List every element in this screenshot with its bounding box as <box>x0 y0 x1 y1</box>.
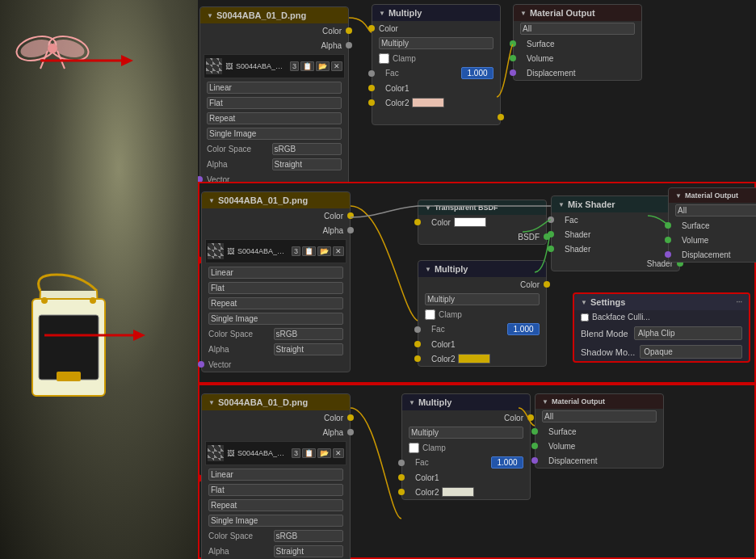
multiply-clamp-row-mid[interactable]: Clamp <box>418 307 546 322</box>
output-node-mid[interactable]: ▼ Material Output All Surface Volume Dis… <box>668 187 756 263</box>
multiply-blend-row-mid[interactable]: Multiply <box>418 292 546 307</box>
output-dropdown-bot[interactable]: All <box>536 409 663 424</box>
shadow-mode-row[interactable]: Shadow Mo... Opaque None Alpha Clip Alph… <box>574 343 749 361</box>
color2-row-mid: Color2 <box>418 351 546 366</box>
fac-row-top[interactable]: Fac 1.000 <box>372 65 500 81</box>
fac-row-mid[interactable]: Fac 1.000 <box>418 322 546 337</box>
alpha-row-bot[interactable]: Alpha Straight <box>202 544 350 559</box>
mix-shader-header-mid: ▼ Mix Shader <box>552 196 679 212</box>
multiply-clamp-check-mid[interactable] <box>425 309 435 320</box>
output-dropdown-top[interactable]: All <box>514 21 641 36</box>
colorspace-row-mid[interactable]: Color Space sRGB <box>202 326 350 342</box>
colorspace-row-bot[interactable]: Color Space sRGB <box>202 528 350 544</box>
interpolation-row-top[interactable]: Linear <box>200 80 348 95</box>
colorspace-row-top[interactable]: Color Space sRGB <box>200 141 348 157</box>
mix-shader-node-mid[interactable]: ▼ Mix Shader Fac Shader Shader Shader <box>551 195 680 271</box>
texture-color-output-bot: Color <box>202 410 350 425</box>
settings-node-mid[interactable]: ▼ Settings ··· Backface Culli... Blend M… <box>573 292 750 363</box>
source-select-bot[interactable]: Single Image <box>208 515 343 527</box>
output-displacement-bot: Displacement <box>536 453 663 468</box>
multiply-node-top[interactable]: ▼ Multiply Color Multiply Clamp Fac 1.00… <box>372 4 501 125</box>
blend-mode-select[interactable]: Alpha Clip Opaque Alpha Blend Alpha Hash… <box>634 326 742 340</box>
multiply-blend-select-bot[interactable]: Multiply <box>409 427 523 439</box>
source-row-top[interactable]: Single Image <box>200 126 348 141</box>
projection-row-top[interactable]: Flat <box>200 95 348 111</box>
extension-select-top[interactable]: Repeat <box>207 112 342 124</box>
output-type-select-bot[interactable]: All <box>542 410 657 422</box>
interpolation-select-bot[interactable]: Linear <box>208 469 343 481</box>
output-dropdown-mid[interactable]: All <box>669 203 756 218</box>
blend-mode-row[interactable]: Blend Mode Alpha Clip Opaque Alpha Blend… <box>574 324 749 343</box>
color2-row-bot: Color2 <box>402 485 530 499</box>
texture-node-top[interactable]: ▼ S0044ABA_01_D.png Color Alpha 🖼 S0044A… <box>200 6 349 187</box>
projection-select-mid[interactable]: Flat <box>208 282 343 294</box>
alpha-row-mid[interactable]: Alpha Straight <box>202 342 350 357</box>
interpolation-row-bot[interactable]: Linear <box>202 467 350 482</box>
transparent-header-mid: ▼ Transparent BSDF <box>418 200 546 215</box>
interpolation-select-top[interactable]: Linear <box>207 82 342 94</box>
multiply-clamp-check-top[interactable] <box>379 53 389 64</box>
colorspace-select-mid[interactable]: sRGB <box>274 328 344 340</box>
alpha-select-mid[interactable]: Straight <box>274 343 344 355</box>
extension-row-top[interactable]: Repeat <box>200 111 348 126</box>
multiply-blend-row-bot[interactable]: Multiply <box>402 425 530 440</box>
alpha-row-top[interactable]: Alpha Straight <box>200 157 348 172</box>
projection-select-bot[interactable]: Flat <box>208 484 343 496</box>
multiply-blend-select-mid[interactable]: Multiply <box>425 293 540 305</box>
node-editor: ▼ S0044ABA_01_D.png Color Alpha 🖼 S0044A… <box>198 0 756 559</box>
color1-row-top: Color1 <box>372 81 500 95</box>
source-row-mid[interactable]: Single Image <box>202 311 350 326</box>
multiply-clamp-row-top[interactable]: Clamp <box>372 51 500 65</box>
interpolation-select-mid[interactable]: Linear <box>208 267 343 279</box>
mix-shader1-input: Shader <box>552 227 679 242</box>
svg-rect-9 <box>57 372 81 381</box>
extension-select-mid[interactable]: Repeat <box>208 297 343 309</box>
texture-thumb-mid[interactable]: 🖼 S0044ABA_01... 3 📋 📂 ✕ <box>205 239 346 263</box>
source-row-bot[interactable]: Single Image <box>202 513 350 528</box>
multiply-clamp-row-bot[interactable]: Clamp <box>402 440 530 455</box>
colorspace-select-bot[interactable]: sRGB <box>274 530 344 542</box>
multiply-color-input-top: Color <box>372 21 500 36</box>
output-node-bot[interactable]: ▼ Material Output All Surface Volume Dis… <box>535 393 664 469</box>
texture-thumb-top[interactable]: 🖼 S0044ABA_01... 3 📋 📂 ✕ <box>204 54 345 78</box>
output-header-top: ▼ Material Output <box>514 5 641 21</box>
output-node-top[interactable]: ▼ Material Output All Surface Volume Dis… <box>513 4 642 81</box>
output-volume-top: Volume <box>514 51 641 65</box>
extension-row-mid[interactable]: Repeat <box>202 296 350 311</box>
output-type-select-mid[interactable]: All <box>675 204 756 216</box>
output-type-select-top[interactable]: All <box>520 23 635 35</box>
viewport[interactable] <box>0 0 198 559</box>
projection-select-top[interactable]: Flat <box>207 97 342 109</box>
extension-select-bot[interactable]: Repeat <box>208 499 343 511</box>
shadow-mode-select[interactable]: Opaque None Alpha Clip Alpha Hashed <box>640 345 742 359</box>
multiply-blend-select-top[interactable]: Multiply <box>379 37 494 49</box>
source-select-mid[interactable]: Single Image <box>208 313 343 325</box>
extension-row-bot[interactable]: Repeat <box>202 498 350 513</box>
mix-shader2-input: Shader <box>552 242 679 256</box>
multiply-blend-row-top[interactable]: Multiply <box>372 36 500 51</box>
multiply-header-bot: ▼ Multiply <box>402 394 530 410</box>
multiply-node-mid[interactable]: ▼ Multiply Color Multiply Clamp Fac 1.00… <box>418 260 547 367</box>
source-select-top[interactable]: Single Image <box>207 128 342 140</box>
fac-row-bot[interactable]: Fac 1.000 <box>402 455 530 470</box>
texture-color-output-top: Color <box>200 23 348 38</box>
interpolation-row-mid[interactable]: Linear <box>202 265 350 280</box>
backface-culling-row[interactable]: Backface Culli... <box>574 310 749 324</box>
projection-row-bot[interactable]: Flat <box>202 482 350 498</box>
multiply-node-bot[interactable]: ▼ Multiply Color Multiply Clamp Fac 1.00… <box>401 393 531 500</box>
multiply-clamp-check-bot[interactable] <box>409 443 419 453</box>
svg-marker-15 <box>133 330 145 341</box>
colorspace-select-top[interactable]: sRGB <box>272 143 342 155</box>
projection-row-mid[interactable]: Flat <box>202 280 350 296</box>
alpha-select-top[interactable]: Straight <box>272 158 342 170</box>
texture-node-mid[interactable]: ▼ S0044ABA_01_D.png Color Alpha 🖼 S0044A… <box>201 191 351 372</box>
output-displacement-mid: Displacement <box>669 247 756 262</box>
vector-row-mid: Vector <box>202 357 350 372</box>
output-volume-bot: Volume <box>536 439 663 453</box>
alpha-select-bot[interactable]: Straight <box>274 545 344 557</box>
texture-thumb-bot[interactable]: 🖼 S0044ABA_01... 3 📋 📂 ✕ <box>205 441 346 465</box>
section-mid: ▼ S0044ABA_01_D.png Color Alpha 🖼 S0044A… <box>198 182 756 384</box>
backface-culling-check[interactable] <box>581 313 589 322</box>
transparent-node-mid[interactable]: ▼ Transparent BSDF Color BSDF <box>418 200 547 245</box>
texture-node-bot[interactable]: ▼ S0044ABA_01_D.png Color Alpha 🖼 S0044A… <box>201 393 351 559</box>
